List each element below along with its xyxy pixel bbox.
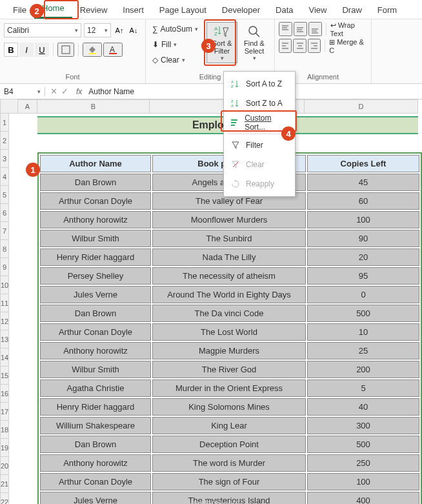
- cell[interactable]: Willium Shakespeare: [40, 417, 151, 434]
- cell[interactable]: Henry Rider haggard: [40, 398, 151, 416]
- cell[interactable]: Henry Rider haggard: [40, 248, 151, 266]
- row-header[interactable]: 14: [0, 348, 9, 367]
- borders-button[interactable]: [57, 43, 74, 57]
- row-header[interactable]: 22: [0, 493, 9, 504]
- tab-review[interactable]: Review: [72, 1, 116, 19]
- cell[interactable]: 20: [307, 248, 419, 266]
- row-header[interactable]: 16: [0, 385, 9, 403]
- row-header[interactable]: 10: [0, 276, 9, 294]
- cell[interactable]: 10: [307, 323, 419, 341]
- cell[interactable]: 0: [307, 286, 419, 303]
- tab-developer[interactable]: Developer: [214, 1, 268, 19]
- cell[interactable]: 5: [307, 379, 419, 397]
- cancel-icon[interactable]: ✕: [50, 86, 57, 96]
- clear-button[interactable]: ◇ Clear ▾: [150, 53, 208, 67]
- row-header[interactable]: 1: [0, 114, 9, 132]
- decrease-font-button[interactable]: A↓: [128, 23, 139, 37]
- cell[interactable]: The sign of Four: [152, 473, 306, 490]
- cell[interactable]: 500: [307, 436, 419, 453]
- menu-sort-az[interactable]: AZ Sort A to Z: [224, 74, 295, 94]
- font-name-selector[interactable]: Calibri ▾: [4, 23, 81, 37]
- cell[interactable]: Persey Shelley: [40, 267, 151, 285]
- tab-data[interactable]: Data: [268, 1, 301, 19]
- row-header[interactable]: 18: [0, 421, 9, 439]
- cell[interactable]: 500: [307, 305, 419, 322]
- autosum-button[interactable]: ∑ AutoSum ▾: [150, 22, 208, 36]
- name-box[interactable]: B4 ▾: [0, 87, 45, 96]
- cell[interactable]: Anthony horowitz: [40, 454, 151, 472]
- tab-insert[interactable]: Insert: [115, 1, 152, 19]
- cell[interactable]: The necessity of atheism: [152, 267, 306, 285]
- cell[interactable]: Nada The Lilly: [152, 248, 306, 266]
- header-copies[interactable]: Copies Left: [307, 155, 419, 172]
- tab-page-layout[interactable]: Page Layout: [152, 1, 214, 19]
- cell[interactable]: Magpie Murders: [152, 342, 306, 359]
- cell[interactable]: Wilbur Smith: [40, 230, 151, 247]
- col-header-a[interactable]: A: [18, 99, 37, 114]
- cell[interactable]: Arthur Conan Doyle: [40, 192, 151, 210]
- row-header[interactable]: 8: [0, 240, 9, 258]
- font-size-selector[interactable]: 12 ▾: [84, 23, 111, 37]
- row-header[interactable]: 15: [0, 367, 9, 385]
- row-header[interactable]: 12: [0, 312, 9, 330]
- underline-button[interactable]: U: [35, 43, 49, 57]
- cell[interactable]: 40: [307, 398, 419, 416]
- row-header[interactable]: 4: [0, 168, 9, 186]
- cell[interactable]: Dan Brown: [40, 436, 151, 453]
- cell[interactable]: Deception Point: [152, 436, 306, 453]
- increase-font-button[interactable]: A↑: [114, 23, 125, 37]
- row-header[interactable]: 21: [0, 475, 9, 493]
- cell[interactable]: The Lost World: [152, 323, 306, 341]
- cell[interactable]: Arthur Conan Doyle: [40, 323, 151, 341]
- header-author[interactable]: Author Name: [40, 155, 151, 172]
- row-header[interactable]: 11: [0, 294, 9, 312]
- cell[interactable]: Agatha Christie: [40, 379, 151, 397]
- merge-center-button[interactable]: ⊞ Merge & C: [329, 38, 367, 54]
- wrap-text-button[interactable]: ↩ Wrap Text: [330, 21, 367, 37]
- align-left-button[interactable]: [279, 39, 292, 53]
- cell[interactable]: 45: [307, 174, 419, 191]
- cell[interactable]: 400: [307, 492, 419, 504]
- confirm-icon[interactable]: ✓: [61, 86, 68, 96]
- cell[interactable]: Moonflower Murders: [152, 211, 306, 228]
- row-header[interactable]: 2: [0, 132, 9, 150]
- cell[interactable]: 100: [307, 473, 419, 490]
- cell[interactable]: King Lear: [152, 417, 306, 434]
- align-middle-button[interactable]: [294, 22, 307, 36]
- col-header-b[interactable]: B: [37, 99, 150, 114]
- align-top-button[interactable]: [279, 22, 292, 36]
- cell[interactable]: Dan Brown: [40, 305, 151, 322]
- cell[interactable]: 25: [307, 342, 419, 359]
- cell[interactable]: 60: [307, 192, 419, 210]
- align-right-button[interactable]: [308, 39, 321, 53]
- cell[interactable]: King Solomons Mines: [152, 398, 306, 416]
- fill-color-button[interactable]: [83, 43, 102, 57]
- row-header[interactable]: 5: [0, 186, 9, 204]
- cell[interactable]: Murder in the Orient Express: [152, 379, 306, 397]
- font-color-button[interactable]: A: [103, 43, 123, 57]
- row-header[interactable]: 7: [0, 222, 9, 240]
- row-header[interactable]: 6: [0, 204, 9, 222]
- cell[interactable]: Wilbur Smith: [40, 361, 151, 378]
- cell[interactable]: The River God: [152, 361, 306, 378]
- find-select-button[interactable]: Find & Select ▾: [239, 22, 270, 63]
- cell[interactable]: The word is Murder: [152, 454, 306, 472]
- cell[interactable]: 100: [307, 211, 419, 228]
- row-header[interactable]: 3: [0, 150, 9, 168]
- cell[interactable]: 200: [307, 361, 419, 378]
- cell[interactable]: Jules Verne: [40, 286, 151, 303]
- menu-sort-za[interactable]: ZA Sort Z to A: [224, 94, 295, 113]
- col-header-d[interactable]: D: [305, 99, 418, 114]
- fill-button[interactable]: ⬇ Fill ▾: [150, 37, 208, 52]
- cell[interactable]: The Sunbird: [152, 230, 306, 247]
- select-all-corner[interactable]: [0, 99, 18, 114]
- row-header[interactable]: 20: [0, 457, 9, 475]
- tab-format[interactable]: Form: [370, 1, 405, 19]
- cell[interactable]: 250: [307, 454, 419, 472]
- row-header[interactable]: 9: [0, 258, 9, 276]
- tab-draw[interactable]: Draw: [334, 1, 369, 19]
- fx-icon[interactable]: fx: [74, 87, 85, 96]
- align-center-button[interactable]: [293, 39, 306, 53]
- italic-button[interactable]: I: [19, 43, 34, 57]
- cell[interactable]: Dan Brown: [40, 174, 151, 191]
